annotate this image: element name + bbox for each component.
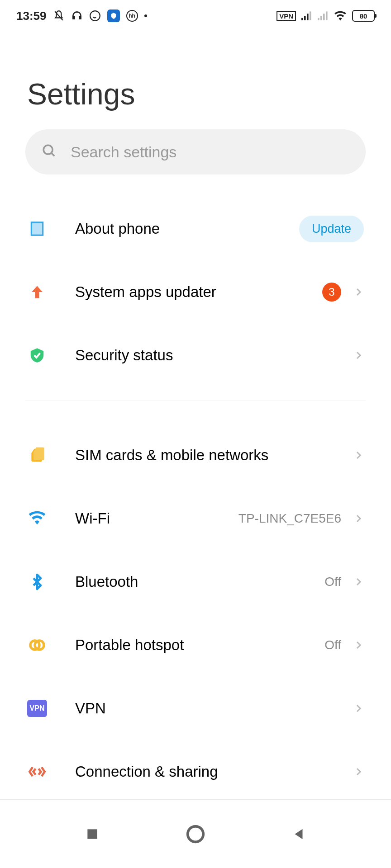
chevron-right-icon [353,513,364,524]
settings-item-label: Security status [75,347,353,364]
chevron-right-icon [353,576,364,587]
settings-item-label: Portable hotspot [75,637,324,654]
search-input[interactable] [71,143,349,161]
settings-item-sim-cards[interactable]: SIM cards & mobile networks [0,424,391,487]
settings-item-connection-sharing[interactable]: Connection & sharing [0,740,391,803]
mute-icon [53,10,65,22]
settings-item-bluetooth[interactable]: Bluetooth Off [0,550,391,613]
home-button[interactable] [182,821,209,848]
back-button[interactable] [285,821,312,848]
bluetooth-icon [27,572,47,592]
security-app-icon [107,9,120,22]
svg-rect-6 [318,18,319,20]
svg-rect-5 [310,11,311,20]
settings-item-label: VPN [75,700,353,717]
svg-rect-3 [304,16,306,20]
search-icon [42,143,57,160]
settings-item-value: Off [324,575,341,589]
status-left: 13:59 hh [16,9,147,23]
chevron-right-icon [353,350,364,361]
chevron-right-icon [353,640,364,651]
divider [25,401,366,401]
svg-point-16 [188,826,204,842]
count-badge: 3 [322,283,341,302]
chevron-right-icon [353,450,364,461]
settings-item-label: About phone [75,220,299,237]
signal-1-icon [301,11,312,21]
settings-item-label: Connection & sharing [75,763,353,780]
settings-item-about-phone[interactable]: About phone Update [0,197,391,260]
status-bar: 13:59 hh VPN 80 [0,0,391,32]
settings-item-security-status[interactable]: Security status [0,324,391,387]
hotspot-icon [27,635,47,655]
settings-item-label: Wi-Fi [75,510,238,527]
status-right: VPN 80 [277,10,375,22]
settings-item-label: SIM cards & mobile networks [75,447,353,464]
svg-rect-7 [320,16,322,20]
chevron-right-icon [353,703,364,714]
update-pill[interactable]: Update [299,216,364,242]
battery-icon: 80 [352,10,375,22]
settings-item-system-apps-updater[interactable]: System apps updater 3 [0,260,391,324]
system-nav-bar [0,800,391,868]
whatsapp-icon [89,10,101,22]
page-title: Settings [0,32,391,129]
vpn-status-icon: VPN [277,11,296,21]
settings-item-value: TP-LINK_C7E5E6 [238,511,341,526]
chevron-right-icon [353,766,364,777]
settings-item-portable-hotspot[interactable]: Portable hotspot Off [0,613,391,677]
arrow-up-icon [27,282,47,302]
sim-icon [27,445,47,465]
more-notifications-icon [144,14,147,17]
svg-rect-15 [87,829,97,839]
settings-item-label: System apps updater [75,283,322,301]
search-bar[interactable] [25,129,366,175]
settings-item-value: Off [324,638,341,652]
settings-item-label: Bluetooth [75,573,324,590]
hh-icon: hh [126,10,138,22]
svg-rect-12 [31,222,43,236]
status-time: 13:59 [16,9,47,23]
wifi-icon [27,509,47,528]
phone-icon [27,219,47,239]
chevron-right-icon [353,287,364,297]
shield-check-icon [27,345,47,365]
wifi-status-icon [334,11,347,21]
svg-rect-4 [307,14,309,20]
settings-item-vpn[interactable]: VPN VPN [0,677,391,740]
signal-2-icon [318,11,329,21]
svg-point-10 [43,145,52,154]
svg-rect-2 [301,18,303,20]
svg-rect-8 [323,14,325,20]
vpn-icon: VPN [27,698,47,718]
settings-item-wifi[interactable]: Wi-Fi TP-LINK_C7E5E6 [0,487,391,550]
svg-point-1 [90,11,100,21]
connection-icon [27,762,47,782]
svg-rect-9 [326,11,328,20]
headphones-icon [71,10,83,22]
recent-apps-button[interactable] [79,821,106,848]
svg-line-11 [51,153,54,156]
